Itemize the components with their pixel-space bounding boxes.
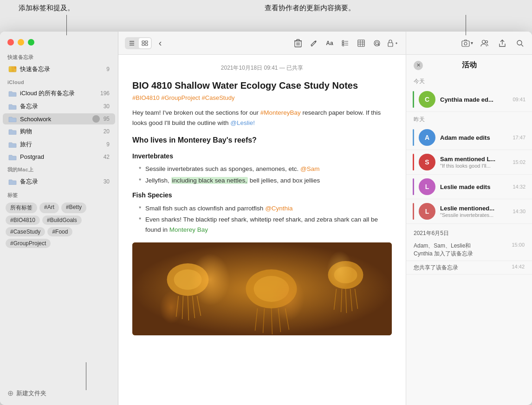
annotation-add-tags: 添加标签和提及。	[19, 4, 74, 13]
collaborate-button[interactable]	[478, 37, 491, 50]
activity-time-leslie1: 14:32	[513, 184, 526, 189]
note-meta: 2021年10月18日 09:41 — 已共享	[132, 64, 392, 72]
tag-bio4810[interactable]: #BIO4810	[6, 216, 40, 225]
svg-point-38	[174, 269, 202, 290]
activity-item-sam[interactable]: S Sam mentioned L... "If this looks good…	[406, 150, 532, 175]
close-button[interactable]	[7, 39, 14, 46]
schoolwork-count: 95	[104, 116, 110, 122]
note-toolbar: ‹ Aa	[118, 32, 406, 55]
sidebar-item-quick-notes[interactable]: 快速备忘录 9	[3, 63, 115, 75]
sidebar-item-icloud-all[interactable]: iCloud 的所有备忘录 196	[3, 87, 115, 99]
tag-groupproject[interactable]: #GroupProject	[6, 239, 51, 248]
tag-all[interactable]: 所有标签	[6, 202, 37, 213]
minimize-button[interactable]	[18, 39, 24, 46]
activity-close-button[interactable]: ✕	[414, 61, 423, 70]
back-button[interactable]: ‹	[155, 38, 166, 49]
highlight-nettles: including black sea nettles,	[171, 177, 248, 184]
activity-log-item-2: 您共享了该备忘录 14:42	[406, 261, 532, 275]
quick-notes-count: 9	[106, 66, 110, 72]
svg-point-44	[246, 269, 297, 308]
postgrad-count: 42	[104, 154, 110, 160]
shopping-count: 20	[104, 128, 110, 135]
icloud-section-label: iCloud	[0, 76, 118, 87]
activity-main-adam: Adam made edits	[440, 134, 508, 141]
activity-main-leslie1: Leslie made edits	[440, 183, 508, 190]
activity-content-sam: Sam mentioned L... "If this looks good I…	[440, 156, 508, 169]
tag-food[interactable]: #Food	[47, 227, 72, 236]
share-button[interactable]	[496, 37, 509, 50]
section1-item-1: Sessile invertebrates such as sponges, a…	[139, 164, 392, 174]
activity-item-leslie2[interactable]: L Leslie mentioned... "Sessile invertebr…	[406, 199, 532, 224]
new-folder-button[interactable]: ⊕ 新建文件夹	[0, 389, 118, 398]
section2-item-1: Small fish such as clownfish and parrotf…	[139, 203, 392, 214]
add-photo-button[interactable]: ▾	[461, 37, 474, 50]
sidebar-item-schoolwork[interactable]: Schoolwork 95	[3, 113, 115, 124]
activity-time-cynthia: 09:41	[513, 97, 526, 102]
activity-log-time-1: 15:00	[512, 242, 525, 248]
activity-main-sam: Sam mentioned L...	[440, 156, 508, 163]
sidebar-item-travel[interactable]: 旅行 9	[3, 138, 115, 150]
svg-point-59	[464, 42, 467, 45]
activity-panel: ▾ ✕ 活动 今天 C Cynthia made ed...	[406, 32, 532, 405]
mac-notes-count: 30	[104, 178, 110, 185]
sidebar-item-postgrad[interactable]: Postgrad 42	[3, 151, 115, 162]
svg-line-53	[334, 289, 337, 310]
delete-button[interactable]	[292, 37, 305, 50]
activity-item-cynthia[interactable]: C Cynthia made ed... 09:41	[406, 87, 532, 112]
search-button[interactable]	[513, 37, 526, 50]
table-button[interactable]	[355, 37, 368, 50]
sidebar-item-mac-notes[interactable]: 备忘录 30	[3, 176, 115, 188]
note-h2: Who lives in Monterey Bay's reefs?	[132, 134, 392, 146]
svg-line-48	[272, 308, 272, 334]
activity-bar-green	[413, 91, 414, 108]
lock-button[interactable]	[386, 37, 399, 50]
list-view-button[interactable]	[126, 38, 138, 48]
activity-item-adam[interactable]: A Adam made edits 17:47	[406, 125, 532, 150]
tags-grid: 所有标签 #Art #Betty #BIO4810 #BuildGoals #C…	[6, 202, 112, 248]
icloud-all-count: 196	[100, 90, 110, 97]
section2-list: Small fish such as clownfish and parrotf…	[132, 203, 392, 235]
activity-log-text-1: Adam、Sam、Leslie和Cynthia 加入了该备忘录	[414, 242, 473, 258]
svg-point-62	[517, 40, 522, 45]
section1-list: Sessile invertebrates such as sponges, a…	[132, 164, 392, 185]
maximize-button[interactable]	[28, 39, 34, 46]
svg-rect-10	[145, 41, 148, 43]
svg-point-24	[342, 44, 344, 46]
tag-casestudy[interactable]: #CaseStudy	[6, 227, 45, 236]
icloud-notes-label: 备忘录	[20, 102, 102, 111]
tag-betty[interactable]: #Betty	[61, 202, 86, 213]
folder-icon-schoolwork	[8, 116, 17, 122]
activity-bar-red	[413, 154, 414, 170]
sidebar-item-shopping[interactable]: 购物 20	[3, 125, 115, 137]
svg-rect-28	[358, 40, 364, 46]
annotation-view-activity: 查看协作者的更新内容摘要。	[265, 4, 355, 13]
activity-bar-purple	[413, 178, 414, 195]
folder-icon-mac-notes	[8, 178, 17, 185]
svg-line-50	[285, 308, 289, 330]
grid-view-button[interactable]	[139, 38, 151, 48]
activity-yesterday-label: 昨天	[406, 112, 532, 125]
format-button[interactable]: Aa	[323, 37, 336, 50]
edit-button[interactable]	[307, 37, 320, 50]
mac-section-label: 我的Mac上	[0, 163, 118, 175]
activity-title: 活动	[423, 60, 515, 70]
avatar-leslie1: L	[419, 178, 435, 195]
svg-rect-3	[14, 66, 16, 69]
main-note-area: ‹ Aa 2021年	[118, 32, 406, 405]
sidebar-item-icloud-notes[interactable]: 备忘录 30	[3, 100, 115, 112]
svg-rect-12	[145, 44, 148, 46]
folder-icon-postgrad	[8, 154, 17, 160]
svg-rect-1	[9, 66, 11, 69]
svg-rect-58	[462, 41, 469, 46]
tag-art[interactable]: #Art	[39, 202, 59, 213]
note-content[interactable]: 2021年10月18日 09:41 — 已共享 BIO 4810 Shallow…	[118, 55, 406, 405]
svg-rect-35	[388, 43, 393, 46]
checklist-button[interactable]	[339, 37, 352, 50]
svg-rect-2	[12, 66, 14, 69]
activity-item-leslie1[interactable]: L Leslie made edits 14:32	[406, 175, 532, 199]
mention-button[interactable]	[370, 37, 383, 50]
tag-buildgoals[interactable]: #BuildGoals	[42, 216, 82, 225]
activity-sub-leslie2: "Sessile invertebrates...	[440, 212, 508, 218]
svg-rect-11	[142, 44, 144, 46]
svg-point-34	[376, 42, 378, 45]
